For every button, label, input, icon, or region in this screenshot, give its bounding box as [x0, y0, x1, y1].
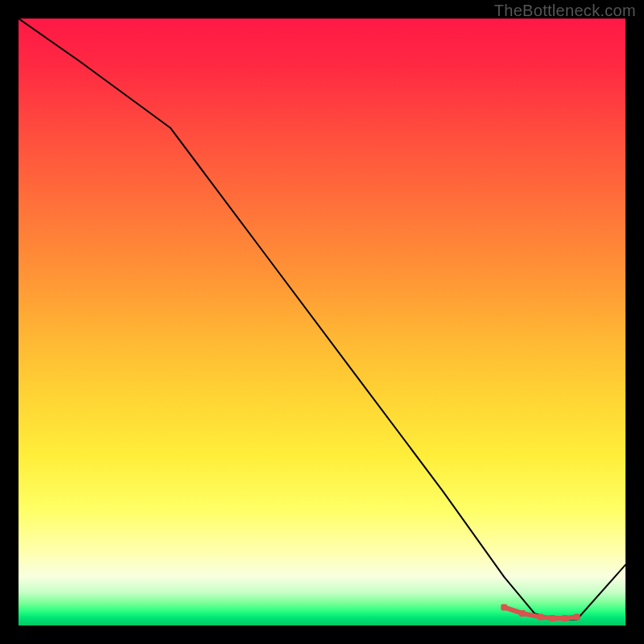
- highlight-marker: [519, 610, 526, 617]
- highlight-marker: [562, 615, 568, 621]
- highlight-marker: [550, 615, 556, 621]
- highlight-marker: [501, 604, 507, 610]
- bottleneck-curve-line: [19, 19, 625, 620]
- chart-overlay: [19, 19, 625, 625]
- highlight-marker-group: [501, 604, 580, 621]
- chart-frame: TheBottleneck.com: [0, 0, 644, 644]
- highlight-marker: [574, 613, 580, 620]
- watermark-text: TheBottleneck.com: [494, 2, 636, 20]
- highlight-marker: [537, 613, 543, 620]
